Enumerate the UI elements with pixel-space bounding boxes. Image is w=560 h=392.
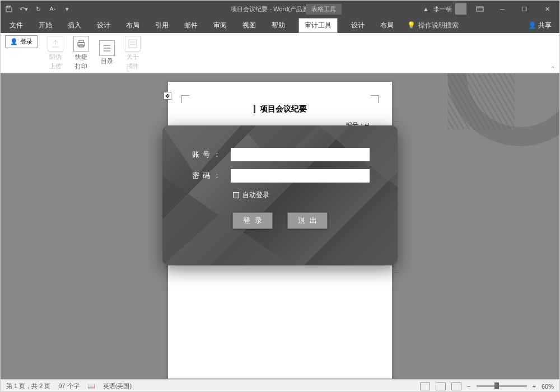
tab-view[interactable]: 视图 xyxy=(240,18,258,32)
exit-button[interactable]: 退出 xyxy=(287,212,328,229)
tab-insert[interactable]: 插入 xyxy=(66,18,83,32)
tab-layout[interactable]: 布局 xyxy=(124,18,142,32)
tab-review[interactable]: 审阅 xyxy=(211,18,229,32)
page-indicator[interactable]: 第 1 页，共 2 页 xyxy=(6,382,50,390)
username: 李一楠 xyxy=(433,5,452,13)
auto-login-label: 自动登录 xyxy=(242,190,269,200)
quick-access-toolbar: ↶▾ ↻ A+ ▾ xyxy=(1,5,71,13)
dialog-content: 账号： 密码： 自动登录 登录 退出 xyxy=(162,125,398,229)
svg-rect-0 xyxy=(7,6,10,8)
web-layout-icon[interactable] xyxy=(451,382,461,390)
login-small-button[interactable]: 👤 登录 xyxy=(5,35,38,48)
printer-icon xyxy=(73,36,89,52)
ribbon-about-plugin: 关于 插件 xyxy=(125,36,141,71)
ribbon-quick-print[interactable]: 快捷 打印 xyxy=(73,36,89,71)
lightbulb-icon: 💡 xyxy=(407,21,416,29)
document-title: 项目会议纪要 xyxy=(168,104,392,114)
bg-decor-lines xyxy=(447,73,515,129)
auto-login-row[interactable]: 自动登录 xyxy=(233,190,370,200)
auto-login-checkbox[interactable] xyxy=(233,192,239,198)
contextual-tab-label: 表格工具 xyxy=(306,4,342,15)
ribbon: 👤 登录 防伪 上传 快捷 打印 目录 关于 插件 ⌃ xyxy=(1,33,559,73)
zoom-out-icon[interactable]: − xyxy=(467,383,470,390)
tab-audit-tools[interactable]: 审计工具 xyxy=(298,18,338,33)
spellcheck-icon[interactable]: 📖 xyxy=(87,382,95,390)
user-area[interactable]: 李一楠 xyxy=(433,3,466,15)
close-button[interactable]: ✕ xyxy=(538,2,556,16)
svg-rect-1 xyxy=(477,7,483,11)
tab-mailings[interactable]: 邮件 xyxy=(182,18,200,32)
ribbon-tabs: 文件 开始 插入 设计 布局 引用 邮件 审阅 视图 帮助 审计工具 设计 布局… xyxy=(1,17,559,33)
password-label: 密码： xyxy=(190,171,224,181)
zoom-slider[interactable] xyxy=(477,385,527,387)
ribbon-display-icon[interactable] xyxy=(471,2,489,16)
tab-design[interactable]: 设计 xyxy=(95,18,113,32)
redo-icon[interactable]: ↻ xyxy=(34,5,42,13)
login-button[interactable]: 登录 xyxy=(232,212,273,229)
upload-icon xyxy=(48,36,63,52)
read-mode-icon[interactable] xyxy=(420,382,430,390)
tab-file[interactable]: 文件 xyxy=(7,18,25,32)
account-label: 账号： xyxy=(190,150,224,160)
zoom-in-icon[interactable]: + xyxy=(533,383,536,390)
tab-references[interactable]: 引用 xyxy=(153,18,171,32)
toc-icon xyxy=(99,40,115,56)
avatar xyxy=(455,3,466,15)
word-count[interactable]: 97 个字 xyxy=(58,382,79,390)
zoom-thumb[interactable] xyxy=(494,382,499,389)
ribbon-antifake-upload: 防伪 上传 xyxy=(48,36,63,71)
undo-dropdown-icon[interactable]: ↶▾ xyxy=(20,5,27,13)
print-layout-icon[interactable] xyxy=(436,382,446,390)
tell-me-search[interactable]: 💡 操作说明搜索 xyxy=(407,21,459,30)
document-area: ✥ 项目会议纪要 编号：↵ 账号： xyxy=(1,73,559,379)
info-icon xyxy=(125,36,141,52)
collapse-ribbon-icon[interactable]: ⌃ xyxy=(550,66,555,72)
statusbar: 第 1 页，共 2 页 97 个字 📖 英语(美国) − + 60% xyxy=(1,379,559,392)
ribbon-toc[interactable]: 目录 xyxy=(99,40,115,66)
person-icon: 👤 xyxy=(10,38,18,45)
maximize-button[interactable]: ☐ xyxy=(516,2,534,16)
tab-table-design[interactable]: 设计 xyxy=(349,18,367,32)
password-input[interactable] xyxy=(231,169,370,183)
titlebar: ↶▾ ↻ A+ ▾ 项目会议纪要 - Word(产品激活失败) 表格工具 ▲ 李… xyxy=(1,1,559,17)
font-icon[interactable]: A+ xyxy=(49,5,57,13)
tab-home[interactable]: 开始 xyxy=(36,18,54,32)
account-input[interactable] xyxy=(231,148,370,161)
tab-table-layout[interactable]: 布局 xyxy=(378,18,396,32)
save-icon[interactable] xyxy=(5,5,13,13)
share-button[interactable]: 👤 共享 xyxy=(528,21,552,30)
table-move-handle[interactable]: ✥ xyxy=(164,92,171,100)
svg-rect-9 xyxy=(129,40,137,48)
warning-icon[interactable]: ▲ xyxy=(423,6,429,12)
login-dialog: 账号： 密码： 自动登录 登录 退出 xyxy=(162,125,398,265)
zoom-level[interactable]: 60% xyxy=(542,383,554,390)
svg-rect-4 xyxy=(79,40,83,43)
tab-help[interactable]: 帮助 xyxy=(269,18,287,32)
qat-more-icon[interactable]: ▾ xyxy=(63,5,71,13)
language-indicator[interactable]: 英语(美国) xyxy=(103,382,132,390)
minimize-button[interactable]: ─ xyxy=(493,2,511,16)
document-page[interactable]: ✥ 项目会议纪要 编号：↵ 账号： xyxy=(168,82,392,379)
